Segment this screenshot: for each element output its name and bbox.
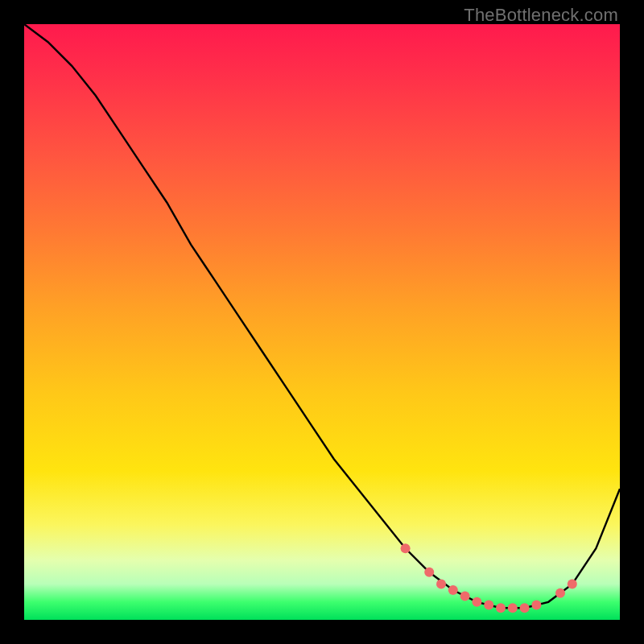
curve-marker (401, 543, 411, 553)
curve-marker (555, 588, 565, 598)
curve-marker (448, 585, 458, 595)
curve-marker (472, 597, 481, 607)
curve-marker (484, 601, 493, 610)
curve-marker (531, 601, 541, 610)
curve-marker (496, 603, 506, 613)
plot-area (24, 24, 620, 620)
curve-marker (520, 603, 530, 613)
marker-group (401, 543, 577, 613)
curve-svg (24, 24, 620, 620)
watermark-text: TheBottleneck.com (464, 5, 618, 26)
curve-marker (424, 568, 434, 577)
curve-marker (508, 603, 518, 613)
bottleneck-curve-path (24, 24, 620, 608)
chart-frame: TheBottleneck.com (0, 0, 644, 644)
curve-marker (568, 580, 577, 589)
curve-marker (436, 580, 446, 589)
curve-marker (460, 591, 470, 601)
